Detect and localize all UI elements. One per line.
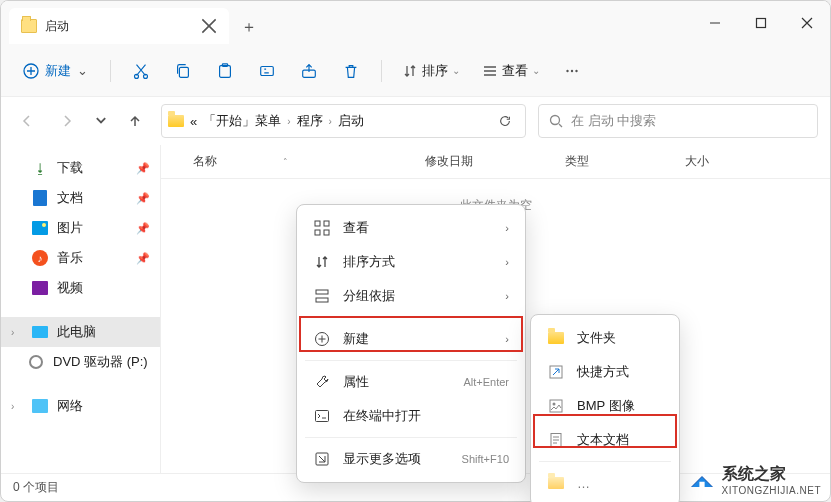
- svg-rect-17: [316, 290, 328, 294]
- svg-point-11: [575, 69, 577, 71]
- ctx-more-options[interactable]: 显示更多选项 Shift+F10: [303, 442, 519, 476]
- item-count: 0 个项目: [13, 479, 59, 496]
- sidebar-item-downloads[interactable]: ⭳ 下载 📌: [1, 153, 160, 183]
- chevron-down-icon: ⌄: [77, 63, 88, 78]
- search-icon: [549, 114, 563, 128]
- video-icon: [31, 279, 49, 297]
- divider: [110, 60, 111, 82]
- ctx-group[interactable]: 分组依据 ›: [303, 279, 519, 313]
- watermark-logo: [688, 469, 716, 491]
- close-window-button[interactable]: [784, 1, 830, 45]
- breadcrumb-prefix: «: [190, 114, 197, 129]
- ctx-new[interactable]: 新建 ›: [303, 322, 519, 356]
- ctx-view[interactable]: 查看 ›: [303, 211, 519, 245]
- maximize-button[interactable]: [738, 1, 784, 45]
- tab-active[interactable]: 启动: [9, 8, 229, 44]
- expand-icon[interactable]: ›: [11, 401, 23, 412]
- chevron-right-icon: ›: [505, 290, 509, 302]
- divider: [539, 461, 671, 462]
- sidebar-item-dvd[interactable]: DVD 驱动器 (P:): [1, 347, 160, 377]
- ctx-new-shortcut[interactable]: 快捷方式: [537, 355, 673, 389]
- svg-rect-4: [179, 67, 188, 77]
- toolbar: 新建 ⌄ 排序 ⌄ 查看 ⌄: [1, 45, 830, 97]
- grid-icon: [313, 219, 331, 237]
- new-submenu: 文件夹 快捷方式 BMP 图像 文本文档 …: [530, 314, 680, 502]
- divider: [381, 60, 382, 82]
- new-button[interactable]: 新建 ⌄: [13, 56, 98, 86]
- wrench-icon: [313, 373, 331, 391]
- folder-icon: [547, 474, 565, 492]
- svg-rect-26: [699, 482, 704, 487]
- divider: [305, 317, 517, 318]
- chevron-right-icon: ›: [287, 116, 290, 127]
- column-type[interactable]: 类型: [551, 153, 671, 170]
- new-button-label: 新建: [45, 62, 71, 80]
- sidebar-item-thispc[interactable]: › 此电脑: [1, 317, 160, 347]
- music-icon: ♪: [31, 249, 49, 267]
- chevron-right-icon: ›: [505, 222, 509, 234]
- pin-icon: 📌: [136, 252, 150, 265]
- svg-rect-20: [316, 411, 329, 422]
- sort-icon: [313, 253, 331, 271]
- new-tab-button[interactable]: ＋: [233, 11, 265, 43]
- ctx-new-bmp[interactable]: BMP 图像: [537, 389, 673, 423]
- chevron-down-icon: ⌄: [532, 65, 540, 76]
- sort-button[interactable]: 排序 ⌄: [394, 56, 468, 86]
- divider: [305, 437, 517, 438]
- copy-button[interactable]: [165, 53, 201, 89]
- image-icon: [31, 219, 49, 237]
- titlebar: 启动 ＋: [1, 1, 830, 45]
- download-icon: ⭳: [31, 159, 49, 177]
- chevron-down-icon: ⌄: [452, 65, 460, 76]
- sort-label: 排序: [422, 62, 448, 80]
- column-headers: 名称 ˄ 修改日期 类型 大小: [161, 145, 830, 179]
- svg-point-12: [551, 116, 560, 125]
- ctx-terminal[interactable]: 在终端中打开: [303, 399, 519, 433]
- paste-button[interactable]: [207, 53, 243, 89]
- pin-icon: 📌: [136, 192, 150, 205]
- tab-title: 启动: [45, 18, 193, 35]
- more-button[interactable]: [554, 53, 590, 89]
- sidebar-item-videos[interactable]: 视频: [1, 273, 160, 303]
- sidebar-item-network[interactable]: › 网络: [1, 391, 160, 421]
- divider: [305, 360, 517, 361]
- svg-rect-13: [315, 221, 320, 226]
- rename-button[interactable]: [249, 53, 285, 89]
- minimize-button[interactable]: [692, 1, 738, 45]
- delete-button[interactable]: [333, 53, 369, 89]
- share-button[interactable]: [291, 53, 327, 89]
- column-modified[interactable]: 修改日期: [411, 153, 551, 170]
- address-bar[interactable]: « 「开始」菜单 › 程序 › 启动: [161, 104, 526, 138]
- column-name[interactable]: 名称 ˄: [161, 153, 411, 170]
- search-input[interactable]: 在 启动 中搜索: [538, 104, 818, 138]
- sidebar-item-music[interactable]: ♪ 音乐 📌: [1, 243, 160, 273]
- column-size[interactable]: 大小: [671, 153, 723, 170]
- up-button[interactable]: [121, 107, 149, 135]
- expand-icon[interactable]: ›: [11, 327, 23, 338]
- refresh-button[interactable]: [491, 114, 519, 128]
- folder-icon: [547, 329, 565, 347]
- back-button[interactable]: [13, 107, 41, 135]
- cut-button[interactable]: [123, 53, 159, 89]
- folder-icon: [168, 115, 184, 127]
- pc-icon: [31, 323, 49, 341]
- sidebar-item-documents[interactable]: 文档 📌: [1, 183, 160, 213]
- svg-rect-18: [316, 298, 328, 302]
- breadcrumb-seg[interactable]: 启动: [338, 112, 364, 130]
- ctx-properties[interactable]: 属性 Alt+Enter: [303, 365, 519, 399]
- forward-button[interactable]: [53, 107, 81, 135]
- more-options-icon: [313, 450, 331, 468]
- sidebar-item-pictures[interactable]: 图片 📌: [1, 213, 160, 243]
- view-button[interactable]: 查看 ⌄: [474, 56, 548, 86]
- ctx-new-txt[interactable]: 文本文档: [537, 423, 673, 457]
- ctx-sort[interactable]: 排序方式 ›: [303, 245, 519, 279]
- close-tab-button[interactable]: [201, 18, 217, 34]
- ctx-new-more[interactable]: …: [537, 466, 673, 500]
- group-icon: [313, 287, 331, 305]
- breadcrumb-seg[interactable]: 程序: [297, 112, 323, 130]
- plus-circle-icon: [313, 330, 331, 348]
- recent-dropdown[interactable]: [93, 107, 109, 135]
- text-file-icon: [547, 431, 565, 449]
- breadcrumb-seg[interactable]: 「开始」菜单: [203, 112, 281, 130]
- ctx-new-folder[interactable]: 文件夹: [537, 321, 673, 355]
